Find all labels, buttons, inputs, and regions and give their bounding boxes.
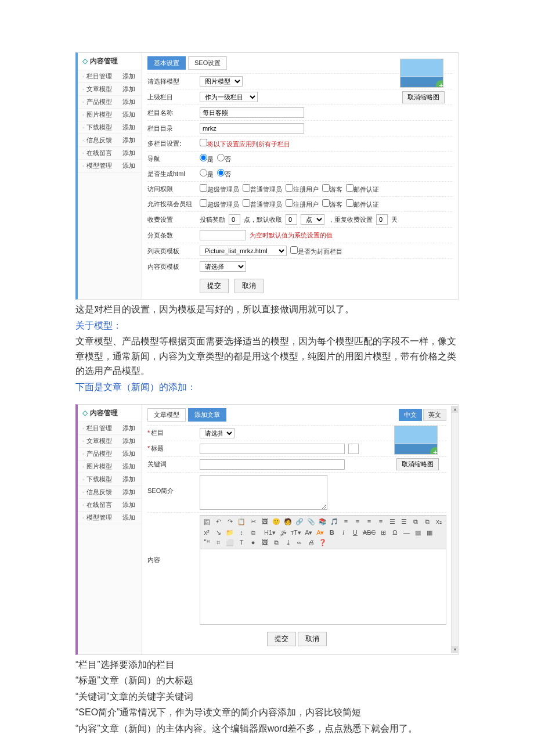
help-icon[interactable]: ❓ bbox=[319, 539, 327, 546]
underline-icon[interactable]: U bbox=[351, 529, 359, 537]
italic-icon[interactable]: I bbox=[340, 529, 348, 537]
select-parent-column[interactable]: 作为一级栏目 bbox=[200, 92, 258, 102]
input-title-color[interactable] bbox=[348, 444, 359, 454]
scroll-up-icon[interactable]: ▴ bbox=[452, 406, 458, 413]
tab-lang-en[interactable]: 英文 bbox=[423, 409, 446, 421]
chk-perm[interactable]: 注册用户 bbox=[286, 184, 319, 194]
thumbnail-image[interactable]: + bbox=[394, 426, 438, 455]
chk-perm[interactable]: 邮件认证 bbox=[346, 199, 379, 209]
input-column-name[interactable] bbox=[200, 107, 304, 118]
radio-nav-no[interactable]: 否 bbox=[217, 154, 231, 164]
editor-tool-icon[interactable]: ⧉ bbox=[272, 539, 280, 546]
align-icon[interactable]: ≡ bbox=[365, 518, 373, 527]
sidebar-item-article[interactable]: ◦文章模型添加 bbox=[78, 435, 141, 448]
strikethrough-icon[interactable]: ABC bbox=[363, 529, 376, 537]
add-link[interactable]: 添加 bbox=[122, 98, 135, 106]
input-fee-take[interactable] bbox=[286, 214, 297, 225]
editor-tool-icon[interactable]: ⬜ bbox=[226, 539, 234, 546]
tab-seo[interactable]: SEO设置 bbox=[188, 56, 227, 70]
chk-perm[interactable]: 超级管理员 bbox=[200, 199, 239, 209]
color-dropdown[interactable]: A▾ bbox=[305, 529, 313, 537]
editor-tool-icon[interactable]: ▦ bbox=[425, 529, 434, 537]
radio-nav-yes[interactable]: 是 bbox=[200, 154, 214, 164]
align-icon[interactable]: ≡ bbox=[353, 518, 362, 527]
input-keyword[interactable] bbox=[200, 459, 345, 470]
input-fee-repeat[interactable] bbox=[376, 214, 388, 225]
textarea-seo[interactable] bbox=[200, 475, 327, 510]
radio-html-yes[interactable]: 是 bbox=[200, 169, 214, 179]
chk-perm[interactable]: 超级管理员 bbox=[200, 184, 239, 194]
table-icon[interactable]: ⊞ bbox=[379, 529, 387, 537]
editor-body[interactable] bbox=[200, 549, 446, 625]
chk-perm[interactable]: 游客 bbox=[322, 184, 342, 194]
tab-add-article[interactable]: 添加文章 bbox=[188, 408, 226, 422]
sidebar-item-feedback[interactable]: ◦信息反馈添加 bbox=[78, 134, 141, 147]
input-pagesize[interactable] bbox=[200, 230, 246, 240]
font-dropdown[interactable]: 𝒥▾ bbox=[279, 529, 287, 537]
sidebar-item-download[interactable]: ◦下载模型添加 bbox=[78, 121, 141, 134]
select-fee-unit[interactable]: 点 bbox=[301, 214, 324, 225]
sidebar-item-article[interactable]: ◦文章模型添加 bbox=[78, 83, 141, 96]
chk-perm[interactable]: 普通管理员 bbox=[243, 199, 282, 209]
chk-perm[interactable]: 游客 bbox=[322, 199, 342, 209]
radio-html-no[interactable]: 否 bbox=[217, 169, 231, 179]
chk-cover-column[interactable]: 是否为封面栏目 bbox=[290, 246, 342, 256]
cancel-button[interactable]: 取消 bbox=[298, 632, 327, 646]
sidebar-item-image[interactable]: ◦图片模型添加 bbox=[78, 109, 141, 121]
add-link[interactable]: 添加 bbox=[122, 161, 135, 170]
tab-lang-cn[interactable]: 中文 bbox=[399, 409, 422, 421]
chk-perm[interactable]: 邮件认证 bbox=[346, 184, 379, 194]
add-link[interactable]: 添加 bbox=[122, 72, 135, 81]
align-icon[interactable]: ≡ bbox=[377, 518, 385, 527]
sidebar-item-message[interactable]: ◦在线留言添加 bbox=[78, 499, 141, 512]
add-link[interactable]: 添加 bbox=[122, 462, 135, 471]
cancel-thumbnail-button[interactable]: 取消缩略图 bbox=[396, 458, 439, 470]
add-link[interactable]: 添加 bbox=[122, 449, 135, 458]
cancel-thumbnail-button[interactable]: 取消缩略图 bbox=[402, 91, 445, 103]
sidebar-item-model[interactable]: ◦模型管理添加 bbox=[78, 512, 141, 524]
chk-perm[interactable]: 注册用户 bbox=[286, 199, 319, 209]
add-link[interactable]: 添加 bbox=[122, 149, 135, 157]
tab-article-model[interactable]: 文章模型 bbox=[147, 408, 186, 422]
sidebar-item-image[interactable]: ◦图片模型添加 bbox=[78, 460, 141, 473]
sidebar-item-model[interactable]: ◦模型管理添加 bbox=[78, 160, 141, 172]
add-link[interactable]: 添加 bbox=[122, 110, 135, 119]
editor-tool-icon[interactable]: 🙂 bbox=[272, 518, 280, 527]
list-icon[interactable]: ☰ bbox=[400, 518, 408, 527]
input-column-dir[interactable] bbox=[200, 123, 304, 134]
editor-tool-icon[interactable]: ▤ bbox=[414, 529, 422, 537]
print-icon[interactable]: 🖨 bbox=[307, 539, 315, 546]
cancel-button[interactable]: 取消 bbox=[234, 279, 264, 293]
add-link[interactable]: 添加 bbox=[122, 501, 135, 509]
editor-tool-icon[interactable]: — bbox=[402, 529, 410, 537]
editor-tool-icon[interactable]: 囸 bbox=[203, 518, 211, 527]
submit-button[interactable]: 提交 bbox=[200, 279, 229, 293]
symbol-icon[interactable]: Ω bbox=[391, 529, 399, 537]
link-icon[interactable]: 🔗 bbox=[295, 518, 304, 527]
add-link[interactable]: 添加 bbox=[122, 475, 135, 484]
align-icon[interactable]: ≡ bbox=[342, 518, 350, 527]
sidebar-item-feedback[interactable]: ◦信息反馈添加 bbox=[78, 486, 141, 499]
size-dropdown[interactable]: тT▾ bbox=[291, 529, 301, 537]
indent-icon[interactable]: ⧉ bbox=[412, 518, 420, 527]
thumbnail-image[interactable]: + bbox=[400, 59, 443, 88]
checkbox-apply-children[interactable]: 将以下设置应用到所有子栏目 bbox=[200, 139, 290, 149]
superscript-icon[interactable]: x² bbox=[203, 529, 211, 537]
sidebar-item-download[interactable]: ◦下载模型添加 bbox=[78, 473, 141, 486]
bgcolor-dropdown[interactable]: A▾ bbox=[316, 529, 324, 537]
scroll-down-icon[interactable]: ▾ bbox=[452, 646, 458, 653]
editor-tool-icon[interactable]: 📚 bbox=[319, 518, 327, 527]
editor-tool-icon[interactable]: ʺᴴ bbox=[203, 539, 211, 546]
input-title[interactable] bbox=[200, 444, 345, 454]
subscript-icon[interactable]: x₂ bbox=[435, 518, 443, 527]
add-link[interactable]: 添加 bbox=[122, 85, 135, 93]
sidebar-item-message[interactable]: ◦在线留言添加 bbox=[78, 147, 141, 160]
add-link[interactable]: 添加 bbox=[122, 513, 135, 522]
input-fee-reward[interactable] bbox=[229, 214, 240, 225]
editor-tool-icon[interactable]: T bbox=[237, 539, 246, 546]
add-link[interactable]: 添加 bbox=[122, 424, 135, 433]
add-link[interactable]: 添加 bbox=[122, 136, 135, 145]
add-link[interactable]: 添加 bbox=[122, 123, 135, 132]
image-icon[interactable]: 🖼 bbox=[261, 518, 269, 527]
sidebar-item-product[interactable]: ◦产品模型添加 bbox=[78, 448, 141, 460]
